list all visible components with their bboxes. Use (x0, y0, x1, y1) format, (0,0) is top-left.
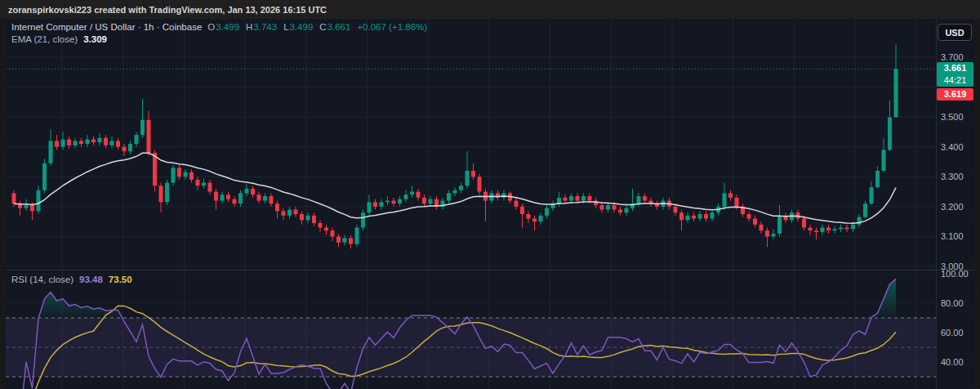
price-tick-label: 3.700 (941, 52, 964, 62)
open-value: 3.499 (216, 22, 239, 32)
rsi-tick-label: 40.00 (941, 357, 964, 367)
price-tick-label: 3.100 (941, 231, 964, 241)
symbol-legend-row[interactable]: Internet Computer / US Dollar · 1h · Coi… (11, 22, 427, 32)
price-tick-label: 3.500 (941, 112, 964, 122)
rsi-ma-value: 73.50 (109, 275, 132, 284)
ema-legend-row[interactable]: EMA (21, close) 3.309 (11, 34, 107, 44)
chart-canvas[interactable] (0, 0, 980, 389)
currency-toggle-button[interactable]: USD (938, 24, 972, 41)
rsi-overbought-fill (38, 293, 122, 319)
close-label: C (319, 22, 326, 32)
open-label: O (207, 22, 215, 32)
last-price-badge-value: 3.661 (937, 62, 973, 74)
tradingview-chart-window: zoranspirkovski223 created with TradingV… (0, 0, 980, 389)
close-value: 3.661 (327, 22, 351, 32)
rsi-label[interactable]: RSI (14, close) (11, 275, 74, 284)
last-price-badge: 3.661 44:21 (937, 62, 973, 87)
secondary-price-badge-value: 3.619 (937, 88, 973, 101)
ema-label[interactable]: EMA (21, close) (11, 34, 78, 44)
attribution-text: zoranspirkovski223 created with TradingV… (8, 5, 327, 15)
rsi-tick-label: 60.00 (941, 328, 964, 338)
low-label: L (283, 22, 288, 32)
ema-value: 3.309 (83, 34, 107, 44)
price-tick-label: 3.400 (941, 142, 964, 152)
attribution-bar: zoranspirkovski223 created with TradingV… (0, 0, 980, 19)
frame-left-border (0, 19, 6, 389)
price-axis[interactable]: USD 3.661 44:21 3.619 3.7003.5003.4003.3… (936, 19, 974, 389)
price-tick-label: 3.200 (941, 202, 964, 212)
candles-layer (12, 44, 898, 248)
high-value: 3.743 (253, 22, 277, 32)
frame-right-border (974, 19, 980, 389)
ohlc-values: O3.499 H3.743 L3.499 C3.661 +0.067 (+1.8… (207, 22, 427, 32)
bar-countdown: 44:21 (937, 74, 973, 86)
pane-separator[interactable] (6, 270, 974, 271)
symbol-title[interactable]: Internet Computer / US Dollar · 1h · Coi… (11, 22, 202, 32)
change-value: +0.067 (+1.86%) (357, 22, 427, 32)
rsi-tick-label: 80.00 (941, 298, 964, 308)
price-tick-label: 3.300 (941, 172, 964, 181)
low-value: 3.499 (290, 22, 314, 32)
rsi-legend-row[interactable]: RSI (14, close) 93.48 73.50 (11, 275, 132, 284)
high-label: H (246, 22, 252, 32)
rsi-value: 93.48 (79, 275, 103, 284)
rsi-tick-label: 100.00 (941, 269, 969, 279)
rsi-pane (6, 279, 936, 389)
secondary-price-badge: 3.619 (937, 88, 973, 101)
